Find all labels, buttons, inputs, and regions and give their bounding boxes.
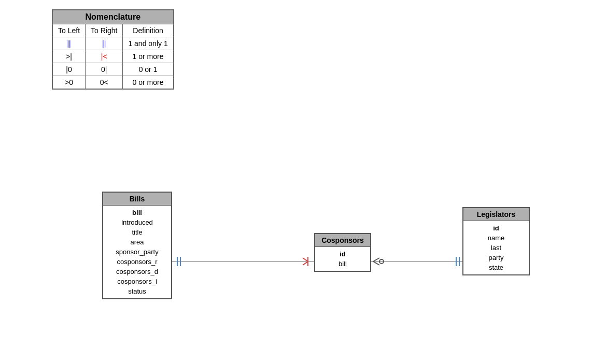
cosponsors-header: Cosponsors bbox=[315, 234, 370, 247]
definition-3: 0 or 1 bbox=[123, 63, 174, 76]
double-bar-right-icon bbox=[453, 256, 463, 267]
cosponsors-field-id: id bbox=[322, 249, 363, 259]
bills-field-sponsor-party: sponsor_party bbox=[110, 247, 164, 257]
svg-line-7 bbox=[373, 258, 379, 261]
definition-2: 1 or more bbox=[123, 50, 174, 63]
nomenclature-title: Nomenclature bbox=[52, 10, 174, 24]
table-row: >| |< 1 or more bbox=[52, 50, 174, 63]
legislators-field-state: state bbox=[471, 263, 521, 272]
left-symbol-1: || bbox=[67, 39, 71, 48]
nomenclature-table: Nomenclature To Left To Right Definition… bbox=[52, 9, 174, 90]
bills-field-area: area bbox=[110, 237, 164, 247]
cosponsors-entity: Cosponsors id bill bbox=[314, 233, 371, 272]
table-row: |0 0| 0 or 1 bbox=[52, 63, 174, 76]
svg-line-6 bbox=[303, 261, 308, 265]
left-symbol-3: |0 bbox=[66, 65, 72, 74]
cosponsors-body: id bill bbox=[315, 247, 370, 271]
left-symbol-4: >0 bbox=[65, 78, 73, 86]
definition-1: 1 and only 1 bbox=[123, 37, 174, 50]
arrow-zero-right-icon bbox=[372, 256, 385, 267]
nomenclature-section: Nomenclature To Left To Right Definition… bbox=[52, 9, 174, 90]
right-symbol-2: |< bbox=[101, 52, 107, 61]
rel1-right-notation bbox=[301, 256, 312, 269]
bills-field-bill: bill bbox=[110, 208, 164, 217]
bills-body: bill introduced title area sponsor_party… bbox=[103, 206, 171, 298]
legislators-field-last: last bbox=[471, 243, 521, 253]
legislators-header: Legislators bbox=[463, 208, 529, 221]
rel2-right-notation bbox=[453, 256, 463, 269]
definition-4: 0 or more bbox=[123, 76, 174, 90]
legislators-field-id: id bbox=[471, 223, 521, 233]
bills-field-status: status bbox=[110, 286, 164, 296]
svg-line-8 bbox=[373, 261, 379, 265]
bills-field-cosponsors-r: cosponsors_r bbox=[110, 257, 164, 267]
bills-header: Bills bbox=[103, 193, 171, 206]
svg-point-9 bbox=[379, 259, 384, 264]
legislators-entity: Legislators id name last party state bbox=[462, 207, 530, 275]
table-row: || || 1 and only 1 bbox=[52, 37, 174, 50]
table-row: >0 0< 0 or more bbox=[52, 76, 174, 90]
rel2-left-notation bbox=[372, 256, 385, 269]
col-left-header: To Left bbox=[52, 24, 86, 37]
cosponsors-field-bill: bill bbox=[322, 259, 363, 269]
right-symbol-4: 0< bbox=[100, 78, 108, 86]
legislators-field-party: party bbox=[471, 253, 521, 263]
bills-field-cosponsors-d: cosponsors_d bbox=[110, 267, 164, 276]
bills-field-title: title bbox=[110, 227, 164, 237]
bills-entity: Bills bill introduced title area sponsor… bbox=[102, 192, 172, 299]
svg-line-5 bbox=[303, 258, 308, 261]
col-def-header: Definition bbox=[123, 24, 174, 37]
left-symbol-2: >| bbox=[66, 52, 72, 61]
double-bar-left-icon bbox=[174, 256, 185, 267]
rel1-left-notation bbox=[174, 256, 185, 269]
bar-arrow-left-icon bbox=[301, 256, 312, 267]
col-right-header: To Right bbox=[86, 24, 123, 37]
legislators-body: id name last party state bbox=[463, 221, 529, 274]
bills-field-introduced: introduced bbox=[110, 217, 164, 227]
bills-field-cosponsors-i: cosponsors_i bbox=[110, 276, 164, 286]
right-symbol-3: 0| bbox=[101, 65, 107, 74]
er-diagram: Bills bill introduced title area sponsor… bbox=[0, 176, 592, 362]
legislators-field-name: name bbox=[471, 233, 521, 243]
right-symbol-1: || bbox=[102, 39, 106, 48]
